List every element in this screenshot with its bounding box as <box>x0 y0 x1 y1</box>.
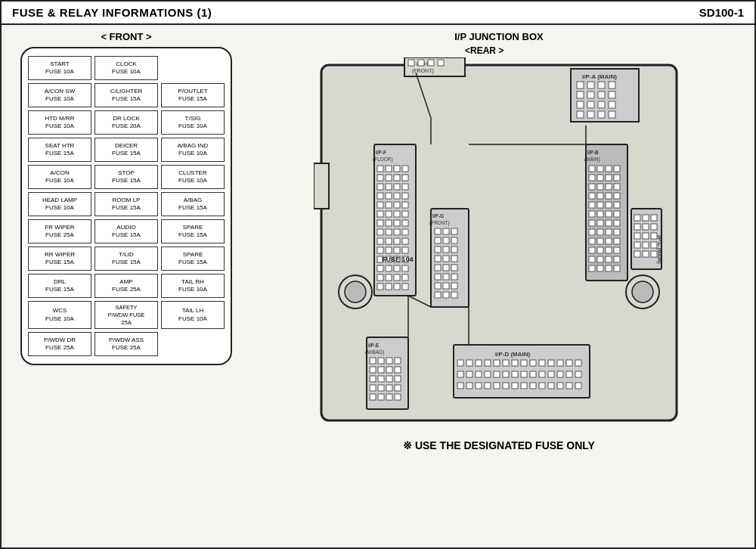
fuse-wcs: WCSFUSE 10A <box>28 301 91 329</box>
svg-rect-15 <box>587 92 594 98</box>
svg-rect-37 <box>402 175 408 181</box>
svg-rect-69 <box>402 247 408 253</box>
svg-text:I/P-E: I/P-E <box>368 343 380 348</box>
fuse-rr-wiper: RR WIPERFUSE 15A <box>28 247 91 271</box>
svg-rect-212 <box>476 360 482 366</box>
fuse-acon-sw: A/CON SWFUSE 10A <box>28 83 91 107</box>
svg-rect-64 <box>394 238 400 244</box>
svg-rect-222 <box>566 360 572 366</box>
svg-rect-45 <box>402 193 408 199</box>
svg-rect-153 <box>597 238 603 244</box>
svg-rect-35 <box>386 175 392 181</box>
svg-rect-66 <box>377 247 383 253</box>
svg-rect-93 <box>435 228 441 234</box>
svg-rect-232 <box>530 371 536 377</box>
svg-rect-104 <box>451 256 457 262</box>
svg-rect-42 <box>377 193 383 199</box>
svg-rect-4 <box>408 60 414 66</box>
svg-rect-68 <box>394 247 400 253</box>
svg-rect-156 <box>589 247 595 253</box>
svg-rect-52 <box>394 211 400 217</box>
svg-rect-130 <box>606 184 612 190</box>
svg-rect-12 <box>598 82 605 88</box>
svg-text:I/P-B: I/P-B <box>587 150 599 155</box>
svg-rect-136 <box>589 202 595 208</box>
svg-rect-98 <box>451 237 457 243</box>
svg-rect-13 <box>609 82 615 88</box>
svg-rect-147 <box>614 220 620 226</box>
svg-rect-82 <box>377 284 383 290</box>
svg-rect-197 <box>378 376 384 382</box>
svg-rect-145 <box>597 220 603 226</box>
svg-rect-31 <box>386 166 392 172</box>
right-panel: I/P JUNCTION BOX <REAR > I/P-H (FRONT) <box>251 31 747 533</box>
svg-text:I/P-C (MAIN): I/P-C (MAIN) <box>656 235 662 264</box>
svg-rect-199 <box>395 376 401 382</box>
svg-rect-206 <box>386 394 392 400</box>
fuse-spare-1: SPAREFUSE 15A <box>161 219 225 243</box>
svg-rect-142 <box>606 211 612 217</box>
fuse-pwdw-ass: P/WDW ASSFUSE 25A <box>94 332 158 356</box>
svg-rect-235 <box>557 371 563 377</box>
svg-rect-149 <box>597 229 603 235</box>
rear-label: <REAR > <box>465 45 503 56</box>
svg-rect-96 <box>435 237 441 243</box>
svg-rect-5 <box>418 60 424 66</box>
fuse-htd-mrr: HTD M/RRFUSE 10A <box>28 110 91 135</box>
svg-rect-167 <box>614 265 620 271</box>
svg-rect-225 <box>466 371 472 377</box>
svg-rect-211 <box>466 360 472 366</box>
svg-rect-218 <box>530 360 536 366</box>
svg-rect-150 <box>606 229 612 235</box>
svg-rect-154 <box>606 238 612 244</box>
svg-point-87 <box>345 281 366 302</box>
svg-rect-246 <box>530 383 536 389</box>
svg-rect-74 <box>377 265 383 271</box>
svg-rect-229 <box>503 371 509 377</box>
fuse-seat-htr: SEAT HTRFUSE 15A <box>28 138 91 162</box>
svg-rect-103 <box>443 256 449 262</box>
svg-rect-141 <box>597 211 603 217</box>
fuse-abag: A/BAGFUSE 15A <box>161 192 225 216</box>
svg-rect-170 <box>634 215 640 221</box>
fuse-empty-1 <box>161 56 225 80</box>
svg-text:(M/BAG): (M/BAG) <box>365 349 384 355</box>
svg-rect-194 <box>386 367 392 373</box>
svg-rect-155 <box>614 238 620 244</box>
svg-rect-192 <box>370 367 376 373</box>
svg-rect-22 <box>577 111 584 118</box>
svg-rect-188 <box>370 358 376 364</box>
svg-rect-176 <box>643 224 649 230</box>
svg-rect-23 <box>587 111 594 118</box>
header: FUSE & RELAY INFORMATIONS (1) SD100-1 <box>2 2 754 25</box>
svg-rect-20 <box>598 101 605 108</box>
svg-rect-144 <box>589 220 595 226</box>
svg-rect-78 <box>377 274 383 281</box>
svg-rect-132 <box>589 193 595 199</box>
svg-rect-85 <box>402 284 408 290</box>
svg-rect-216 <box>512 360 518 366</box>
svg-rect-99 <box>435 247 441 253</box>
svg-rect-202 <box>386 385 392 391</box>
svg-rect-76 <box>394 265 400 271</box>
left-panel: < FRONT > STARTFUSE 10A CLOCKFUSE 10A A/… <box>9 31 243 533</box>
svg-rect-102 <box>435 256 441 262</box>
svg-rect-123 <box>614 166 620 172</box>
svg-rect-36 <box>394 175 400 181</box>
fuse-amp: AMPFUSE 25A <box>94 274 158 298</box>
svg-rect-120 <box>589 166 595 172</box>
fuse-clighter: C/LIGHTERFUSE 15A <box>94 83 158 107</box>
svg-rect-243 <box>503 383 509 389</box>
page: FUSE & RELAY INFORMATIONS (1) SD100-1 < … <box>0 0 756 549</box>
svg-rect-75 <box>386 265 392 271</box>
svg-rect-7 <box>438 60 444 66</box>
svg-rect-140 <box>589 211 595 217</box>
svg-rect-201 <box>378 385 384 391</box>
svg-rect-108 <box>435 274 441 280</box>
svg-rect-124 <box>589 175 595 181</box>
junction-box-diagram: I/P-H (FRONT) I/P-A (MAIN) <box>314 57 684 436</box>
svg-rect-56 <box>394 220 400 226</box>
fuse-tsig: T/SIGFUSE 10A <box>161 110 225 135</box>
svg-rect-217 <box>521 360 527 366</box>
svg-rect-230 <box>512 371 518 377</box>
